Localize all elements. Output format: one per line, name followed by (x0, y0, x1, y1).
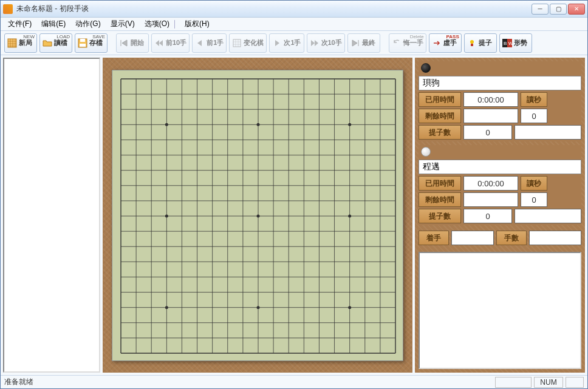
bw-icon: BW (502, 38, 512, 48)
black-remaining-sec: 0 (521, 109, 547, 123)
step-forward-icon (272, 38, 282, 48)
svg-rect-2 (80, 39, 85, 42)
white-stone-indicator (419, 145, 581, 158)
svg-point-56 (348, 123, 351, 126)
window-title: 未命名标题 - 初段手谈 (16, 4, 532, 14)
fwd10-button[interactable]: 次10手 (307, 33, 345, 53)
svg-point-57 (348, 214, 351, 217)
svg-rect-4 (233, 39, 241, 47)
lamp-icon (467, 38, 477, 48)
close-button[interactable]: ✕ (568, 4, 585, 15)
svg-point-54 (257, 214, 260, 217)
to-start-button[interactable]: 開始 (116, 33, 149, 53)
move-count-label: 手數 (496, 231, 527, 245)
svg-rect-6 (471, 44, 473, 46)
menu-display[interactable]: 显示(V) (106, 18, 140, 30)
content-area: 珼驹 已用時間 0:00:00 讀秒 剩餘時間 0 提子數 0 (1, 55, 587, 375)
black-player-block: 珼驹 已用時間 0:00:00 讀秒 剩餘時間 0 提子數 0 (419, 61, 581, 141)
last-move-value (451, 231, 494, 245)
folder-open-icon (43, 38, 52, 48)
statusbar: 准备就绪 NUM (1, 375, 587, 388)
white-captures-value: 0 (463, 209, 512, 223)
situation-button[interactable]: BW 形勢 (499, 33, 532, 53)
undo-button[interactable]: Delete 悔一手 (389, 33, 426, 53)
variation-button[interactable]: 变化棋 (229, 33, 267, 53)
variation-icon (232, 38, 242, 48)
white-remaining-sec: 0 (521, 192, 547, 207)
svg-point-55 (257, 306, 260, 309)
menu-edit[interactable]: 编辑(E) (36, 18, 70, 30)
save-button[interactable]: SAVE 存檔 (75, 33, 108, 53)
load-button[interactable]: LOAD 讀檔 (39, 33, 72, 53)
pass-button[interactable]: PASS 虛手 (429, 33, 462, 53)
menu-copyright[interactable]: 版权(H) (180, 18, 214, 30)
svg-text:W: W (508, 41, 512, 46)
svg-point-50 (165, 123, 168, 126)
svg-rect-3 (80, 44, 86, 47)
to-end-button[interactable]: 最終 (347, 33, 380, 53)
fast-forward-icon (310, 38, 320, 48)
new-game-button[interactable]: NEW 新局 (4, 33, 37, 53)
black-elapsed-label: 已用時間 (419, 92, 461, 107)
black-stone-indicator (419, 61, 581, 75)
black-byoyomi-button[interactable]: 讀秒 (521, 92, 547, 107)
undo-icon (392, 38, 402, 48)
pass-icon (432, 38, 442, 48)
move-info-row: 着手 手數 (419, 231, 581, 245)
fwd1-button[interactable]: 次1手 (269, 33, 304, 53)
status-empty-1 (495, 377, 532, 388)
svg-point-51 (165, 214, 168, 217)
white-player-name: 程邁 (419, 160, 581, 174)
svg-point-58 (348, 306, 351, 309)
board-area (103, 58, 412, 373)
black-captures-label: 提子數 (419, 125, 461, 140)
maximize-button[interactable]: ▢ (550, 4, 567, 15)
svg-text:B: B (504, 41, 507, 46)
black-captures-extra (514, 125, 581, 140)
status-empty-2 (566, 377, 584, 388)
rewind-icon (154, 38, 164, 48)
titlebar: 未命名标题 - 初段手谈 ─ ▢ ✕ (1, 1, 587, 18)
black-stone-icon (421, 63, 431, 73)
window-controls: ─ ▢ ✕ (532, 4, 585, 15)
white-byoyomi-button[interactable]: 讀秒 (521, 176, 547, 191)
svg-point-5 (470, 40, 474, 44)
last-move-label: 着手 (419, 231, 449, 245)
move-count-value (529, 231, 581, 245)
menubar: 文件(F) 编辑(E) 动作(G) 显示(V) 选项(O) 版权(H) (1, 18, 587, 31)
back1-button[interactable]: 前1手 (192, 33, 227, 53)
app-window: 未命名标题 - 初段手谈 ─ ▢ ✕ 文件(F) 编辑(E) 动作(G) 显示(… (0, 0, 588, 389)
floppy-disk-icon (78, 38, 87, 48)
svg-point-53 (257, 123, 260, 126)
menu-file[interactable]: 文件(F) (3, 18, 36, 30)
skip-end-icon (350, 38, 360, 48)
status-num: NUM (534, 377, 563, 388)
move-list-panel[interactable] (3, 58, 100, 373)
grid-icon (7, 38, 17, 48)
white-remaining-label: 剩餘時間 (419, 192, 461, 207)
white-stone-icon (421, 147, 431, 157)
menu-action[interactable]: 动作(G) (70, 18, 105, 30)
white-remaining-value (463, 192, 518, 207)
black-remaining-label: 剩餘時間 (419, 109, 461, 123)
black-remaining-value (463, 109, 518, 123)
status-text: 准备就绪 (4, 377, 493, 387)
toolbar: NEW 新局 LOAD 讀檔 SAVE 存檔 開始 前10手 前1手 变化棋 (1, 31, 587, 55)
menu-options[interactable]: 选项(O) (140, 18, 180, 30)
white-elapsed-label: 已用時間 (419, 176, 461, 191)
step-back-icon (195, 38, 205, 48)
svg-point-52 (165, 306, 168, 309)
back10-button[interactable]: 前10手 (151, 33, 190, 53)
white-player-block: 程邁 已用時間 0:00:00 讀秒 剩餘時間 0 提子數 0 (419, 145, 581, 225)
hint-button[interactable]: 提子 (464, 33, 497, 53)
skip-start-icon (119, 38, 129, 48)
black-captures-value: 0 (463, 125, 512, 140)
comment-box[interactable] (419, 252, 581, 369)
go-board[interactable] (112, 70, 403, 361)
white-elapsed-value: 0:00:00 (463, 176, 518, 191)
black-elapsed-value: 0:00:00 (463, 92, 518, 107)
minimize-button[interactable]: ─ (532, 4, 549, 15)
black-player-name: 珼驹 (419, 76, 581, 90)
white-captures-extra (514, 209, 581, 223)
info-panel: 珼驹 已用時間 0:00:00 讀秒 剩餘時間 0 提子數 0 (415, 58, 585, 373)
